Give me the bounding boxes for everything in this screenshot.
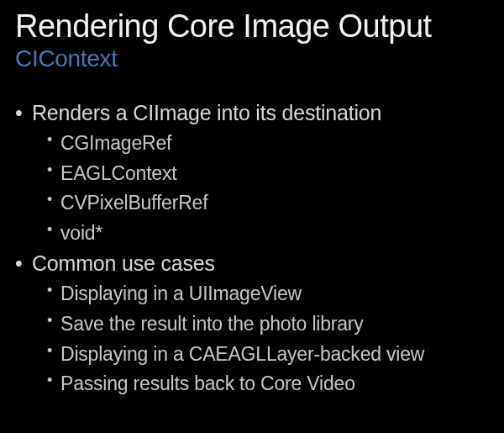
sub-item: EAGLContext bbox=[47, 159, 497, 189]
bullet-text: Renders a CIImage into its destination bbox=[32, 101, 381, 124]
bullet-item: Renders a CIImage into its destination C… bbox=[15, 98, 497, 249]
sub-item: Save the result into the photo library bbox=[47, 309, 497, 340]
bullet-item: Common use cases Displaying in a UIImage… bbox=[15, 248, 497, 399]
bullet-text: Common use cases bbox=[32, 251, 215, 275]
sub-item: Passing results back to Core Video bbox=[47, 369, 497, 399]
slide-subtitle: CIContext bbox=[15, 45, 497, 72]
sub-item: Displaying in a UIImageView bbox=[47, 279, 497, 309]
sub-list: Displaying in a UIImageView Save the res… bbox=[47, 279, 497, 399]
sub-item: Displaying in a CAEAGLLayer-backed view bbox=[47, 340, 497, 370]
sub-list: CGImageRef EAGLContext CVPixelBufferRef … bbox=[47, 129, 497, 249]
sub-item: CGImageRef bbox=[47, 129, 497, 159]
bullet-list: Renders a CIImage into its destination C… bbox=[15, 98, 497, 399]
slide-title: Rendering Core Image Output bbox=[15, 10, 497, 44]
sub-item: CVPixelBufferRef bbox=[47, 188, 497, 219]
sub-item: void* bbox=[47, 219, 497, 249]
